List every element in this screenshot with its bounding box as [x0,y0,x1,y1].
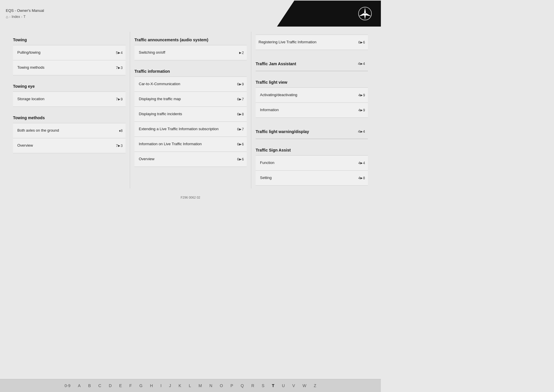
entry-page: 4▶9 [358,108,365,112]
header-left: EQS - Owner's Manual ⌂ › Index › T [6,8,44,19]
alpha-L[interactable]: L [188,383,192,389]
list-item[interactable]: Towing methods 7▶3 [13,60,126,75]
alpha-R[interactable]: R [250,383,255,389]
entry-label: Pulling/towing [17,50,116,55]
alpha-V[interactable]: V [291,383,296,389]
alpha-K[interactable]: K [177,383,182,389]
section-traffic-light-view-heading: Traffic light view [256,77,368,87]
alpha-Q[interactable]: Q [239,383,245,389]
entry-page: 4▶4 [358,129,365,134]
entry-label: Displaying traffic incidents [139,112,237,117]
alpha-E[interactable]: E [118,383,123,389]
entry-label: Function [260,160,358,165]
alpha-Z[interactable]: Z [313,383,318,389]
entry-label: Extending a Live Traffic Information sub… [139,127,237,132]
entry-label: Overview [17,143,116,148]
breadcrumb-sep-2: › [21,15,23,18]
entry-page: 4▶8 [358,176,365,180]
section-traffic-information-heading: Traffic information [134,66,247,76]
traffic-announcements-entries: Switching on/off ▶2 [134,45,247,60]
alpha-U[interactable]: U [281,383,286,389]
alpha-09[interactable]: 0-9 [63,383,72,389]
registering-entry-wrapper: Registering Live Traffic Information 6▶6 [256,35,368,50]
list-item[interactable]: Storage location 7▶9 [13,92,126,107]
list-item[interactable]: Both axles on the ground ♦8 [13,123,126,138]
towing-eye-entries: Storage location 7▶9 [13,92,126,107]
alpha-O[interactable]: O [219,383,224,389]
entry-page: 6▶6 [237,142,244,146]
entry-page: ▶2 [239,51,244,55]
list-item[interactable]: Registering Live Traffic Information 6▶6 [256,35,368,50]
breadcrumb-index[interactable]: Index [12,15,20,19]
entry-page: 7▶3 [116,144,123,148]
list-item[interactable]: Information 4▶9 [256,103,368,118]
alpha-I[interactable]: I [159,383,163,389]
svg-marker-1 [364,8,366,14]
alpha-G[interactable]: G [138,383,144,389]
list-item[interactable]: Overview 6▶6 [134,152,247,167]
alpha-A[interactable]: A [77,383,82,389]
home-icon[interactable]: ⌂ [6,14,8,19]
mercedes-logo [358,6,372,21]
section-traffic-light-warning-heading: Traffic light warning/display [256,126,309,136]
entry-page: 4▶9 [358,93,365,97]
column-3: Registering Live Traffic Information 6▶6… [251,32,372,188]
list-item[interactable]: Setting 4▶8 [256,171,368,186]
entry-page: 6▶9 [237,82,244,86]
alpha-D[interactable]: D [108,383,113,389]
towing-entries: Pulling/towing 5▶4 Towing methods 7▶3 [13,45,126,75]
section-towing-eye-heading: Towing eye [13,81,126,91]
manual-title: EQS - Owner's Manual [6,8,44,13]
section-towing-methods-heading: Towing methods [13,113,126,122]
alpha-M[interactable]: M [197,383,203,389]
entry-label: Activating/deactivating [260,93,358,98]
list-item[interactable]: Function 4▶4 [256,156,368,171]
main-content: Towing Pulling/towing 5▶4 Towing methods… [0,26,381,194]
entry-label: Displaying the traffic map [139,97,237,102]
alpha-T[interactable]: T [271,383,276,389]
alpha-W[interactable]: W [301,383,307,389]
entry-label: Setting [260,176,358,180]
entry-page: 6▶7 [237,127,244,131]
list-item[interactable]: Displaying the traffic map 6▶7 [134,92,247,107]
column-1: Towing Pulling/towing 5▶4 Towing methods… [9,32,130,188]
alpha-J[interactable]: J [168,383,172,389]
traffic-information-entries: Car-to-X-Communication 6▶9 Displaying th… [134,76,247,167]
entry-label: Information on Live Traffic Information [139,142,237,147]
entry-page: 6▶6 [358,40,365,44]
breadcrumb-letter[interactable]: T [23,15,25,19]
alpha-N[interactable]: N [208,383,214,389]
breadcrumb: ⌂ › Index › T [6,14,44,19]
entry-page: 5▶4 [116,51,123,55]
list-item[interactable]: Pulling/towing 5▶4 [13,45,126,60]
entry-page: 7▶9 [116,97,123,101]
svg-marker-3 [359,13,365,16]
traffic-sign-assist-entries: Function 4▶4 Setting 4▶8 [256,155,368,186]
section-traffic-announcements-heading: Traffic announcements (audio system) [134,35,247,44]
alpha-H[interactable]: H [149,383,154,389]
alphabet-bar: 0-9 A B C D E F G H I J K L M N O P Q R … [0,379,381,392]
list-item[interactable]: Extending a Live Traffic Information sub… [134,122,247,137]
alpha-B[interactable]: B [87,383,92,389]
traffic-light-view-entries: Activating/deactivating 4▶9 Information … [256,87,368,118]
entry-page: 6▶8 [237,112,244,116]
list-item[interactable]: Overview 7▶3 [13,138,126,153]
svg-marker-4 [365,13,371,16]
alpha-P[interactable]: P [229,383,234,389]
alpha-C[interactable]: C [97,383,102,389]
section-traffic-jam-assistant-heading: Traffic Jam Assistant [256,59,296,68]
entry-page: 7▶3 [116,66,123,70]
list-item[interactable]: Switching on/off ▶2 [134,45,247,60]
list-item[interactable]: Information on Live Traffic Information … [134,137,247,152]
list-item[interactable]: Activating/deactivating 4▶9 [256,88,368,103]
header: EQS - Owner's Manual ⌂ › Index › T [0,0,381,26]
alpha-F[interactable]: F [128,383,133,389]
alpha-S[interactable]: S [261,383,265,389]
list-item[interactable]: Displaying traffic incidents 6▶8 [134,107,247,122]
list-item[interactable]: Car-to-X-Communication 6▶9 [134,77,247,92]
entry-label: Car-to-X-Communication [139,82,237,87]
entry-page: 6▶6 [237,157,244,161]
entry-label: Towing methods [17,65,116,70]
entry-label: Registering Live Traffic Information [259,40,358,45]
section-towing-heading: Towing [13,35,126,44]
